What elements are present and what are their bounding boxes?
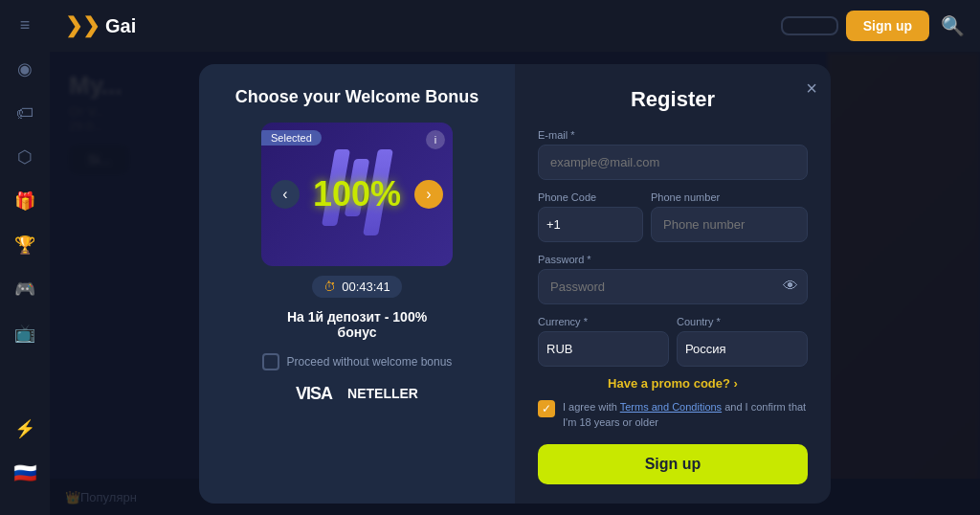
signup-button[interactable]: Sign up bbox=[538, 444, 808, 484]
promo-arrow-icon: › bbox=[734, 376, 738, 391]
bonus-panel: Choose your Welcome Bonus Selected i 100… bbox=[199, 64, 515, 504]
main-content: Му... От V...29.0... Si... Choose your W… bbox=[50, 52, 980, 515]
currency-select[interactable]: RUB bbox=[538, 331, 669, 367]
selected-badge: Selected bbox=[261, 130, 322, 146]
bonus-description: На 1й депозит - 100% бонус bbox=[287, 309, 427, 340]
country-label: Country * bbox=[677, 316, 808, 327]
logo-text: Gai bbox=[105, 15, 136, 37]
sidebar-tag-icon[interactable]: 🏷 bbox=[11, 100, 38, 126]
signup-button[interactable]: Sign up bbox=[846, 11, 929, 41]
country-group: Country * Россия bbox=[677, 316, 808, 367]
bonus-percent-text: 100% bbox=[313, 174, 401, 214]
country-select[interactable]: Россия bbox=[677, 331, 808, 367]
login-button[interactable] bbox=[781, 16, 838, 35]
promo-link[interactable]: Have a promo code? › bbox=[608, 376, 738, 391]
search-icon-button[interactable]: 🔍 bbox=[941, 14, 965, 37]
phone-code-group: Phone Code +1 bbox=[538, 191, 643, 242]
info-button[interactable]: i bbox=[426, 130, 445, 149]
email-input[interactable] bbox=[538, 145, 808, 180]
neteller-logo: NETELLER bbox=[347, 386, 418, 401]
sidebar-home-icon[interactable]: ◉ bbox=[11, 56, 38, 82]
timer-icon: ⏱ bbox=[323, 280, 336, 294]
promo-row: Have a promo code? › bbox=[538, 374, 808, 392]
bonus-panel-title: Choose your Welcome Bonus bbox=[235, 87, 479, 107]
proceed-row: Proceed without welcome bonus bbox=[262, 353, 453, 370]
proceed-label: Proceed without welcome bonus bbox=[287, 355, 453, 369]
password-visibility-button[interactable]: 👁 bbox=[783, 278, 798, 295]
register-title: Register bbox=[538, 87, 808, 112]
proceed-checkbox[interactable] bbox=[262, 353, 279, 370]
sidebar-coins-icon[interactable]: ⬡ bbox=[11, 144, 38, 170]
sidebar-gift-icon[interactable]: 🎁 bbox=[11, 188, 38, 214]
modal: Choose your Welcome Bonus Selected i 100… bbox=[199, 64, 831, 504]
payment-logos: VISA NETELLER bbox=[296, 384, 418, 404]
header: ❯❯ Gai Sign up 🔍 bbox=[50, 0, 980, 52]
phone-group: Phone Code +1 Phone number bbox=[538, 191, 808, 242]
modal-overlay: Choose your Welcome Bonus Selected i 100… bbox=[50, 52, 980, 515]
sidebar-bolt-icon[interactable]: ⚡ bbox=[11, 415, 38, 442]
email-group: E-mail * bbox=[538, 129, 808, 180]
timer-badge: ⏱ 00:43:41 bbox=[312, 276, 402, 298]
agree-text: I agree with Terms and Conditions and I … bbox=[563, 399, 808, 431]
sidebar: ≡ ◉ 🏷 ⬡ 🎁 🏆 🎮 📺 ⚡ 🇷🇺 bbox=[0, 0, 50, 515]
currency-group: Currency * RUB bbox=[538, 316, 669, 367]
phone-code-select[interactable]: +1 bbox=[538, 207, 643, 242]
bonus-nav-left-button[interactable]: ‹ bbox=[271, 180, 300, 209]
password-wrap: 👁 bbox=[538, 269, 808, 304]
currency-label: Currency * bbox=[538, 316, 669, 327]
logo: ❯❯ Gai bbox=[65, 13, 136, 38]
close-button[interactable]: × bbox=[806, 78, 817, 100]
terms-link[interactable]: Terms and Conditions bbox=[620, 401, 722, 413]
bonus-nav-right-button[interactable]: › bbox=[414, 180, 443, 209]
sidebar-menu-icon[interactable]: ≡ bbox=[11, 11, 38, 38]
agree-checkbox[interactable]: ✓ bbox=[538, 400, 555, 417]
promo-text: Have a promo code? bbox=[608, 376, 730, 391]
phone-code-label: Phone Code bbox=[538, 191, 643, 203]
logo-arrows-icon: ❯❯ bbox=[65, 13, 100, 38]
currency-country-row: Currency * RUB Country * Россия bbox=[538, 316, 808, 367]
phone-row: Phone Code +1 Phone number bbox=[538, 191, 808, 242]
password-label: Password * bbox=[538, 254, 808, 265]
sidebar-gamepad-icon[interactable]: 🎮 bbox=[11, 276, 38, 302]
phone-number-group: Phone number bbox=[651, 191, 808, 242]
phone-number-input[interactable] bbox=[651, 207, 808, 242]
sidebar-trophy-icon[interactable]: 🏆 bbox=[11, 232, 38, 258]
timer-text: 00:43:41 bbox=[342, 280, 390, 294]
visa-logo: VISA bbox=[296, 384, 332, 404]
phone-number-label: Phone number bbox=[651, 191, 808, 203]
agree-row: ✓ I agree with Terms and Conditions and … bbox=[538, 399, 808, 431]
register-panel: × Register E-mail * Phone Code +1 bbox=[515, 64, 831, 504]
email-label: E-mail * bbox=[538, 129, 808, 141]
password-input[interactable] bbox=[538, 269, 808, 304]
password-group: Password * 👁 bbox=[538, 254, 808, 304]
sidebar-tv-icon[interactable]: 📺 bbox=[11, 320, 38, 347]
sidebar-flag-icon[interactable]: 🇷🇺 bbox=[11, 459, 38, 486]
